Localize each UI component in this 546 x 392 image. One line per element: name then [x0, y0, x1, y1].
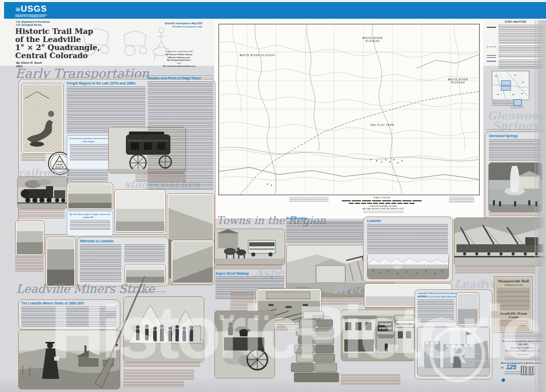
- sign-jeweler: JEWELER: [379, 327, 392, 330]
- usgs-blue-bar: [4, 2, 546, 19]
- poster-title-line-4: Central Colorado: [15, 52, 88, 60]
- drum-corps-group-photo: [497, 288, 530, 310]
- legend-symbol-trail: [487, 27, 496, 28]
- sign-hauser: HAUSER: [379, 323, 391, 326]
- glenwood-photo-caption: [489, 212, 541, 216]
- legend-entry-2-text: [498, 46, 545, 53]
- rifle-image: [85, 273, 146, 392]
- playbill-title-3: Leadville Drum Corps: [494, 312, 532, 319]
- map-label-white-river-plateau-west: WHITE RIVER PLATEAU: [240, 54, 276, 57]
- divine-right-quote-body: [70, 220, 110, 230]
- leadville-panorama-photo: [367, 253, 449, 279]
- dept-line-1: U.S. Department of the Interior: [16, 21, 50, 23]
- explanation-title: EXPLANATION: [486, 20, 545, 23]
- playbill-fine-print: [498, 320, 528, 326]
- snowy-railroad-photo: [114, 189, 166, 233]
- byline: By Glenn R. Scott: [16, 61, 42, 64]
- credits-fine-print-1: [503, 334, 543, 339]
- divine-right-quote-box: By the Divine right of might comes the m…: [67, 211, 113, 236]
- index-map-quad-cell: [514, 99, 522, 106]
- barcode-number: [521, 375, 534, 376]
- map-label-plateau-east-1: PLATEAU: [451, 81, 465, 84]
- stage-travel-article-title: Routine and Perils of Stage Travel: [148, 76, 213, 80]
- legend-symbol-road: [487, 55, 496, 58]
- leadville-article-title: Leadville: [367, 219, 428, 223]
- railroad-photo-small: [15, 221, 44, 256]
- breckenridge-article-title: Breckenridge: [286, 216, 347, 220]
- index-map-caption: [492, 101, 515, 106]
- ore-wagon-photo: [214, 311, 275, 378]
- dept-line-2: U.S. Geological Survey: [16, 24, 41, 26]
- mountain-experience-quote-body: [70, 144, 110, 161]
- recycle-dot-icon: [502, 378, 505, 382]
- railroads-leadville-body-col2: [124, 244, 165, 263]
- map-base-credit-text: [289, 197, 329, 202]
- storefront-caption: [341, 374, 400, 384]
- usgs-tagline: science for a changing world: [15, 15, 47, 18]
- drum-corps-poster: Masquerade Ball Exhibition Drill Leadvil…: [494, 276, 533, 333]
- badge-text-peak: PEAK: [56, 163, 63, 166]
- credit-line-3: Publication layout and design by Carol A…: [499, 350, 546, 356]
- ice-palace-body: [418, 299, 454, 323]
- map-contour-note-1: CONTOUR INTERVAL 200 FEET: [324, 205, 442, 207]
- credits-fine-print-2: [505, 357, 541, 361]
- scale-bar-2: [349, 203, 416, 204]
- anniversary-small-text: [505, 371, 522, 374]
- map-contour-note-2: NATIONAL GEODETIC VERTICAL DATUM OF 1929: [324, 208, 442, 210]
- poster-sheet: ≋USGS science for a changing world U.S. …: [0, 0, 546, 392]
- colorado-index-map: LEADVILLE: [492, 71, 529, 100]
- mountain-experience-quote-title: A mountain experience the traveler will …: [67, 136, 113, 143]
- railroads-leadville-title: Railroads in Leadville: [80, 239, 161, 243]
- glenwood-article-body: [489, 139, 541, 161]
- early-mid-column-text: [67, 170, 108, 182]
- map-label-flat-tops: THE FLAT TOPS: [370, 124, 394, 126]
- legend-entry-3-text: [498, 54, 545, 58]
- leadville-article-body: [367, 224, 448, 252]
- barcode: [521, 366, 535, 375]
- freight-wagons-article-title: Freight Wagons in the Late 1870s and 188…: [67, 81, 146, 85]
- map-declination-note: [449, 197, 474, 203]
- glenwood-article-title: Glenwood Springs: [489, 134, 541, 138]
- construction-camp-photo: [67, 183, 113, 210]
- map-label-white-river-east-1: WHITE RIVER: [448, 78, 469, 81]
- ice-palace-gate-photo: [456, 292, 479, 326]
- badge-text-pikes: PIKES: [56, 160, 63, 163]
- usgs-logo: ≋USGS science for a changing world: [15, 4, 47, 18]
- usgs-wave-icon: ≋: [15, 6, 21, 13]
- topographic-map: WHITE RIVER PLATEAU WHITE RIVER PLATEAU …: [218, 24, 480, 195]
- index-map-quad-label: LEADVILLE: [502, 85, 510, 87]
- engraving-caption: [21, 154, 46, 161]
- anniversary-number: 125: [506, 364, 516, 371]
- legend-entry-1-text: [498, 25, 545, 44]
- streetcar-photo: [214, 229, 285, 265]
- freight-wagon-engraving: [21, 83, 64, 154]
- work-train-caption: [455, 267, 535, 274]
- cooperation-note: Prepared in cooperation with The Denver …: [156, 50, 202, 68]
- railroad-photo-tall: [46, 237, 76, 287]
- series-note-line-2: Pamphlet accompanies map: [152, 25, 202, 28]
- mountain-experience-quote-box: A mountain experience the traveler will …: [67, 135, 113, 169]
- map-label-plateau-north-1: PLATEAU: [366, 40, 380, 42]
- map-scale-text: SCALE 1:250,000: [354, 196, 410, 199]
- series-note-line-1: Scientific Investigations Map 2820: [152, 22, 202, 25]
- playbill-title-1: Masquerade Ball: [494, 279, 532, 283]
- scale-bar-1: [342, 200, 423, 201]
- credit-line-1: Historical data compiled by Glenn R. Sco…: [499, 340, 546, 346]
- glenwood-geyser-photo: [488, 162, 542, 212]
- map-datum-note: [363, 211, 403, 213]
- legend-symbol-river: [487, 61, 496, 62]
- silver-ingots-stack: [286, 306, 342, 385]
- wagon-road-photo: [171, 240, 214, 284]
- usgs-logo-text: USGS: [21, 4, 47, 14]
- locomotive-photo: [17, 177, 68, 209]
- railroad-photo-small-caption: [15, 256, 43, 272]
- legend-symbol-dashed-trail: [487, 47, 496, 47]
- coop-line-6: The Colorado Railroad Museum: [156, 65, 202, 68]
- index-map-quad-cell-caption: [511, 106, 524, 109]
- aspen-article-title: Aspen Street Railway: [215, 272, 284, 275]
- ice-palace-castle-photo: [417, 327, 490, 376]
- sign-restaurant: RESTAURANT: [397, 323, 415, 326]
- legend-entry-4-text: [498, 60, 545, 69]
- work-train-photo: [454, 217, 546, 266]
- divine-right-quote-title: By the Divine right of might comes the m…: [67, 211, 113, 219]
